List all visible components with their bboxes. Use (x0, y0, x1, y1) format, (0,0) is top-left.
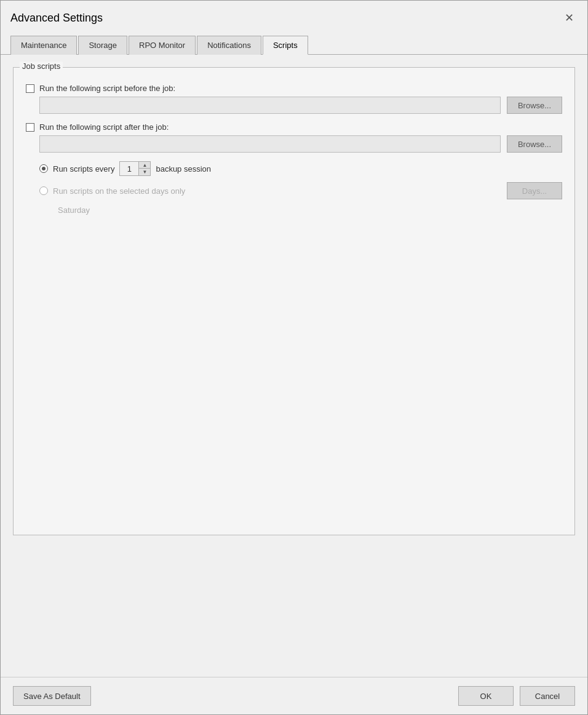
advanced-settings-dialog: Advanced Settings ✕ Maintenance Storage … (0, 0, 588, 715)
tab-storage[interactable]: Storage (78, 36, 127, 55)
after-job-row: Run the following script after the job: (26, 122, 562, 132)
close-button[interactable]: ✕ (560, 9, 578, 26)
cancel-button[interactable]: Cancel (520, 686, 575, 706)
radio-days-row: Run scripts on the selected days only Da… (39, 182, 562, 199)
after-job-browse-button[interactable]: Browse... (507, 135, 562, 153)
bottom-bar: Save As Default OK Cancel (1, 677, 587, 714)
saturday-text: Saturday (58, 206, 90, 215)
before-job-checkbox[interactable] (26, 84, 34, 93)
after-job-label: Run the following script after the job: (39, 122, 169, 132)
title-bar: Advanced Settings ✕ (1, 1, 587, 33)
after-job-input[interactable] (39, 135, 501, 153)
spinner-up-button[interactable]: ▲ (139, 162, 150, 169)
spinner-arrows: ▲ ▼ (138, 162, 150, 175)
days-button[interactable]: Days... (507, 182, 562, 199)
tab-rpo-monitor[interactable]: RPO Monitor (129, 36, 196, 55)
radio-every-button[interactable] (39, 164, 48, 173)
spinner-down-button[interactable]: ▼ (139, 169, 150, 175)
tab-notifications[interactable]: Notifications (197, 36, 261, 55)
before-job-input[interactable] (39, 97, 501, 114)
group-label: Job scripts (20, 62, 63, 71)
before-job-input-row: Browse... (39, 97, 562, 114)
tab-scripts[interactable]: Scripts (263, 36, 308, 55)
radio-days-button[interactable] (39, 186, 48, 195)
spacer (26, 215, 562, 522)
after-job-checkbox[interactable] (26, 123, 34, 132)
ok-cancel-group: OK Cancel (458, 686, 575, 706)
tab-bar: Maintenance Storage RPO Monitor Notifica… (1, 35, 587, 55)
saturday-text-container: Saturday (39, 206, 562, 215)
save-as-default-button[interactable]: Save As Default (13, 686, 91, 706)
radio-section: Run scripts every ▲ ▼ backup session Run… (39, 161, 562, 215)
spinner-input[interactable] (120, 164, 138, 174)
radio-every-prefix: Run scripts every (53, 164, 114, 174)
spinner-box: ▲ ▼ (119, 161, 151, 176)
content-area: Job scripts Run the following script bef… (1, 55, 587, 677)
radio-days-label: Run scripts on the selected days only (53, 186, 185, 196)
tab-maintenance[interactable]: Maintenance (10, 36, 77, 55)
ok-button[interactable]: OK (458, 686, 514, 706)
before-job-browse-button[interactable]: Browse... (507, 97, 562, 114)
radio-every-suffix: backup session (156, 164, 211, 174)
radio-every-row: Run scripts every ▲ ▼ backup session (39, 161, 562, 176)
after-job-input-row: Browse... (39, 135, 562, 153)
job-scripts-group: Job scripts Run the following script bef… (13, 67, 575, 535)
before-job-row: Run the following script before the job: (26, 84, 562, 93)
before-job-label: Run the following script before the job: (39, 84, 175, 93)
dialog-title: Advanced Settings (10, 12, 103, 25)
